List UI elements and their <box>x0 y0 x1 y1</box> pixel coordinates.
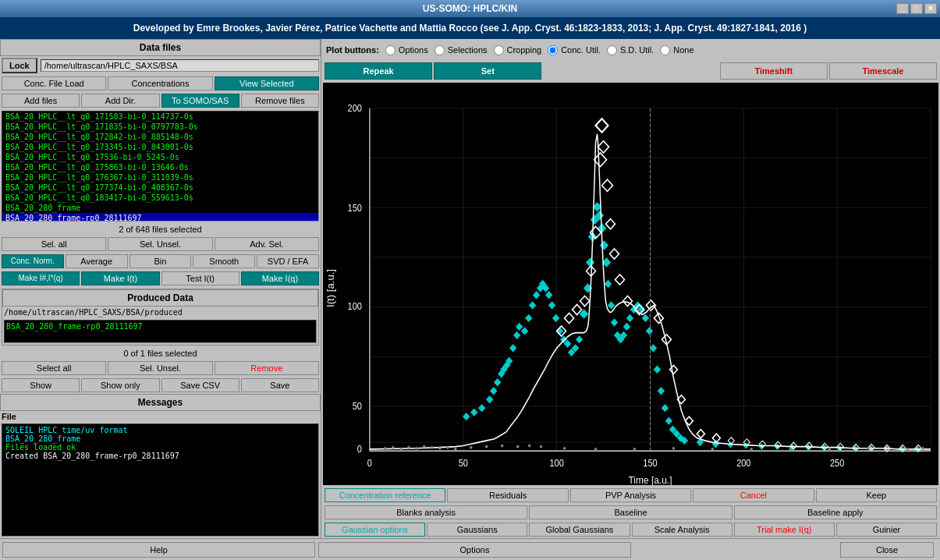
maximize-btn[interactable]: □ <box>910 3 923 14</box>
options-label: Options <box>399 45 428 55</box>
close-btn[interactable]: Close <box>840 542 934 558</box>
plot-buttons-label: Plot buttons: <box>326 45 379 55</box>
file-item[interactable]: BSA_20_HPLC__lt_q0_177374-bi-0_408367-0s <box>2 183 318 193</box>
test-it-btn[interactable]: Test I(t) <box>161 271 239 285</box>
conc-util-radio[interactable]: Conc. Util. <box>548 45 601 55</box>
sd-util-label: S.D. Util. <box>620 45 654 55</box>
file-item[interactable]: BSA_20_HPLC__lt_q0_176367-bi-0_311039-0s <box>2 172 318 183</box>
options-radio-input[interactable] <box>385 45 396 55</box>
title-bar: US-SOMO: HPLC/KIN _ □ ✕ <box>0 0 940 17</box>
svg-point-40 <box>454 448 456 450</box>
svd-efa-btn[interactable]: SVD / EFA <box>257 254 319 268</box>
gaussians-btn[interactable]: Gaussians <box>427 523 527 537</box>
selections-radio-input[interactable] <box>435 45 445 55</box>
remove-files-btn[interactable]: Remove files <box>241 94 319 108</box>
scale-analysis-btn[interactable]: Scale Analysis <box>632 523 732 537</box>
produced-file-item[interactable]: BSA_20_280_frame-rp0_28111697 <box>6 322 314 331</box>
repeak-btn[interactable]: Repeak <box>325 62 432 80</box>
pvp-analysis-btn[interactable]: PVP Analysis <box>570 488 691 502</box>
remove-produced-btn[interactable]: Remove <box>215 361 319 375</box>
footer-bar: Help Options Close <box>0 538 940 560</box>
sel-unsel-produced-btn[interactable]: Sel. Unsel. <box>108 361 212 375</box>
close-btn[interactable]: ✕ <box>924 3 937 14</box>
none-radio[interactable]: None <box>660 45 693 55</box>
concentration-reference-btn[interactable]: Concentration reference <box>325 488 445 502</box>
svg-point-57 <box>922 447 924 449</box>
set-btn[interactable]: Set <box>434 62 541 80</box>
file-item[interactable]: BSA_20_280_frame <box>2 203 318 213</box>
baseline-btn[interactable]: Baseline <box>529 505 732 519</box>
adv-sel-btn[interactable]: Adv. Sel. <box>215 237 319 251</box>
options-radio[interactable]: Options <box>385 45 428 55</box>
show-btn[interactable]: Show <box>2 378 80 392</box>
produced-section: Produced Data /home/ultrascan/HPLC_SAXS/… <box>2 289 319 346</box>
bin-btn[interactable]: Bin <box>129 254 192 268</box>
global-gaussians-btn[interactable]: Global Gaussians <box>529 523 630 537</box>
select-all-btn[interactable]: Select all <box>2 361 106 375</box>
sel-all-btn[interactable]: Sel. all <box>2 237 106 251</box>
trial-make-iq-btn[interactable]: Trial make I(q) <box>734 523 835 537</box>
lock-row: Lock /home/ultrascan/HPLC_SAXS/BSA <box>0 56 321 75</box>
sel-unsel-btn[interactable]: Sel. Unsel. <box>108 237 212 251</box>
svg-rect-0 <box>323 83 938 485</box>
conc-norm-btn[interactable]: Conc. Norm. <box>2 254 64 268</box>
help-btn[interactable]: Help <box>2 542 315 558</box>
selections-radio[interactable]: Selections <box>435 45 488 55</box>
cropping-radio-input[interactable] <box>494 45 504 55</box>
gaussian-options-btn[interactable]: Gaussian options <box>325 523 425 537</box>
svg-text:Time [a.u.]: Time [a.u.] <box>628 474 672 485</box>
average-btn[interactable]: Average <box>66 254 128 268</box>
produced-path: /home/ultrascan/HPLC_SAXS/BSA/produced <box>2 307 318 318</box>
conc-util-label: Conc. Util. <box>561 45 601 55</box>
timescale-btn[interactable]: Timescale <box>829 62 937 80</box>
action-buttons: Conc. Norm. Average Bin Smooth SVD / EFA <box>0 253 321 270</box>
plot-area: 200 150 100 50 0 0 50 100 150 200 250 I(… <box>323 83 938 485</box>
file-item[interactable]: BSA_20_HPLC__lt_q0_171835-bi-0_0797783-0… <box>2 122 318 132</box>
file-item[interactable]: BSA_20_HPLC__lt_q0_17536-bi-0_5245-0s <box>2 152 318 162</box>
minimize-btn[interactable]: _ <box>896 3 909 14</box>
svg-point-53 <box>789 448 792 450</box>
none-radio-input[interactable] <box>660 45 670 55</box>
file-item[interactable]: BSA_20_HPLC__lt_q0_172842-bi-0_885148-0s <box>2 132 318 142</box>
to-somo-sas-btn[interactable]: To SOMO/SAS <box>161 94 239 108</box>
cancel-btn[interactable]: Cancel <box>693 488 814 502</box>
file-item[interactable]: BSA_20_HPLC__lt_q0_171583-bi-0_114737-0s <box>2 112 318 122</box>
file-item[interactable]: BSA_20_HPLC__lt_q0_173345-bi-0_843001-0s <box>2 142 318 152</box>
smooth-btn[interactable]: Smooth <box>193 254 255 268</box>
messages-body: SOLEIL HPLC time/uv format BSA_20_280_fr… <box>2 424 319 537</box>
cropping-radio[interactable]: Cropping <box>494 45 542 55</box>
sd-util-radio-input[interactable] <box>607 45 617 55</box>
residuals-btn[interactable]: Residuals <box>447 488 568 502</box>
svg-point-47 <box>563 447 566 449</box>
svg-point-34 <box>407 446 410 448</box>
conc-util-radio-input[interactable] <box>548 45 558 55</box>
plot-options-bar: Plot buttons: Options Selections Croppin… <box>321 39 940 61</box>
keep-btn[interactable]: Keep <box>816 488 937 502</box>
lock-button[interactable]: Lock <box>2 58 37 73</box>
svg-point-38 <box>438 447 441 449</box>
options-btn[interactable]: Options <box>318 542 631 558</box>
add-files-btn[interactable]: Add files <box>2 94 80 108</box>
make-iq-btn[interactable]: Make I(q) <box>241 271 319 285</box>
baseline-apply-btn[interactable]: Baseline apply <box>734 505 937 519</box>
window-controls[interactable]: _ □ ✕ <box>896 3 937 14</box>
timeshift-btn[interactable]: Timeshift <box>720 62 828 80</box>
blanks-analysis-btn[interactable]: Blanks analysis <box>325 505 527 519</box>
save-btn[interactable]: Save <box>241 378 319 392</box>
view-selected-btn[interactable]: View Selected <box>215 76 319 90</box>
make-it-btn[interactable]: Make I(t) <box>81 271 159 285</box>
save-csv-btn[interactable]: Save CSV <box>161 378 239 392</box>
file-item-selected[interactable]: BSA_20_280_frame-rp0_28111697 <box>2 213 318 222</box>
show-only-btn[interactable]: Show only <box>81 378 159 392</box>
conc-file-load-btn[interactable]: Conc. File Load <box>2 76 106 90</box>
guinier-btn[interactable]: Guinier <box>836 523 937 537</box>
produced-list[interactable]: BSA_20_280_frame-rp0_28111697 <box>4 320 317 343</box>
make-i-hash-btn[interactable]: Make I#,I*(q) <box>2 271 80 285</box>
add-dir-btn[interactable]: Add Dir. <box>81 94 159 108</box>
concentrations-btn[interactable]: Concentrations <box>108 76 212 90</box>
sd-util-radio[interactable]: S.D. Util. <box>607 45 654 55</box>
messages-file-label: File <box>0 411 321 422</box>
file-item[interactable]: BSA_20_HPLC__lt_q0_175863-bi-0_13646-0s <box>2 162 318 172</box>
file-list[interactable]: BSA_20_HPLC__lt_q0_171583-bi-0_114737-0s… <box>2 111 319 222</box>
file-item[interactable]: BSA_20_HPLC__lt_q0_183417-bi-0_559613-0s <box>2 193 318 203</box>
